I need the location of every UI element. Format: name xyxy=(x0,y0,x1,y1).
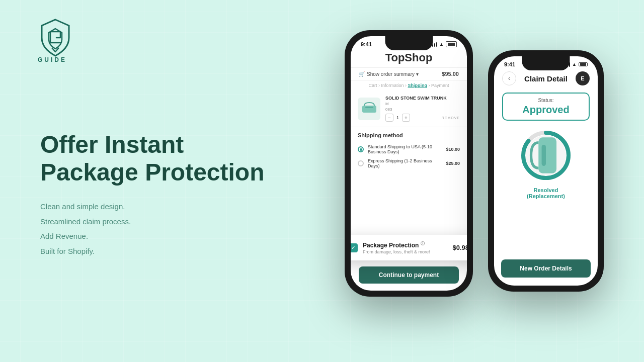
pkg-checkbox[interactable]: ✓ xyxy=(351,243,358,252)
shipping-price-2: $25.00 xyxy=(446,161,460,166)
feature-2: Streamlined claim process. xyxy=(40,215,267,228)
status-card: Status: Approved xyxy=(502,93,590,121)
phone-claim-screen: 9:41 ▲ ‹ Claim Detail xyxy=(494,56,598,286)
pkg-price: $0.98 xyxy=(452,244,467,251)
product-details: SOLID STONE SWIM TRUNK M 083 − 1 + REMOV… xyxy=(385,96,460,122)
radio-express[interactable] xyxy=(358,160,364,166)
continue-btn[interactable]: Continue to payment xyxy=(359,266,459,284)
phone1-notch xyxy=(385,36,433,50)
wifi-icon-2: ▲ xyxy=(572,62,577,67)
order-total: $95.00 xyxy=(442,71,459,77)
claim-title: Claim Detail xyxy=(524,74,568,83)
feature-4: Built for Shopify. xyxy=(40,245,267,258)
shipping-label-2: Express Shipping (1-2 Business Days) xyxy=(368,158,442,168)
qty-controls: − 1 + REMOVE xyxy=(385,114,460,122)
claim-header: ‹ Claim Detail E xyxy=(494,67,598,87)
breadcrumb-payment: Payment xyxy=(431,83,449,88)
headline-area: Offer Instant Package Protection Clean a… xyxy=(40,131,267,257)
wifi-icon: ▲ xyxy=(439,42,444,47)
qty-value: 1 xyxy=(396,115,399,120)
qty-decrease-btn[interactable]: − xyxy=(385,114,393,122)
headline: Offer Instant Package Protection xyxy=(40,131,267,186)
resolution-circle xyxy=(518,128,574,183)
breadcrumb: Cart › Information › Shipping › Payment xyxy=(351,80,467,90)
resolution-circle-container: Resolved (Replacement) xyxy=(494,128,598,199)
logo-label: GUIDE xyxy=(38,56,67,63)
package-protection-card[interactable]: ✓ Package Protection ⓘ From damage, loss… xyxy=(351,235,467,260)
shipping-title: Shipping method xyxy=(358,132,460,138)
features-list: Clean and simple design. Streamlined cla… xyxy=(40,200,267,257)
battery-icon-2 xyxy=(579,62,588,66)
product-sku: 083 xyxy=(385,107,460,112)
pkg-title: Package Protection ⓘ xyxy=(363,241,447,249)
pkg-text: Package Protection ⓘ From damage, loss, … xyxy=(363,241,447,254)
resolved-label: Resolved (Replacement) xyxy=(527,187,565,199)
order-summary-text: Show order summary ▾ xyxy=(367,71,419,77)
svg-rect-5 xyxy=(538,137,556,173)
phone-checkout: 9:41 ▲ TopShop xyxy=(345,30,473,297)
shipping-label-1: Standard Shipping to USA (5-10 Business … xyxy=(368,144,442,154)
phone2-notch xyxy=(522,56,570,70)
breadcrumb-shipping: Shipping xyxy=(408,83,428,88)
feature-1: Clean and simple design. xyxy=(40,200,267,213)
product-icon-in-circle xyxy=(526,135,566,175)
breadcrumb-cart: Cart xyxy=(368,83,377,88)
phone2-time: 9:41 xyxy=(504,61,515,67)
product-thumbnail xyxy=(358,98,380,120)
cart-icon: 🛒 xyxy=(359,71,365,77)
headline-line1: Offer Instant xyxy=(40,131,184,158)
product-name: SOLID STONE SWIM TRUNK xyxy=(385,96,460,101)
back-btn[interactable]: ‹ xyxy=(502,71,516,85)
radio-standard[interactable] xyxy=(358,146,364,152)
store-name: TopShop xyxy=(351,47,467,67)
user-avatar-btn[interactable]: E xyxy=(576,71,590,85)
phones-container: 9:41 ▲ TopShop xyxy=(345,20,604,297)
shipping-price-1: $10.00 xyxy=(446,147,460,152)
breadcrumb-info: Information xyxy=(381,83,404,88)
product-variant: M xyxy=(385,102,460,106)
svg-rect-2 xyxy=(365,107,373,108)
remove-btn[interactable]: REMOVE xyxy=(442,116,460,120)
battery-icon xyxy=(446,41,457,47)
svg-rect-6 xyxy=(542,145,546,166)
qty-increase-btn[interactable]: + xyxy=(402,114,410,122)
feature-3: Add Revenue. xyxy=(40,230,267,243)
product-row: SOLID STONE SWIM TRUNK M 083 − 1 + REMOV… xyxy=(351,90,467,127)
shipping-option-2[interactable]: Express Shipping (1-2 Business Days) $25… xyxy=(358,156,460,170)
phone-claim: 9:41 ▲ ‹ Claim Detail xyxy=(488,50,604,292)
logo-shield xyxy=(38,18,73,53)
new-order-btn[interactable]: New Order Details xyxy=(501,259,591,278)
order-summary-bar[interactable]: 🛒 Show order summary ▾ $95.00 xyxy=(351,67,467,80)
phone1-time: 9:41 xyxy=(361,41,372,47)
status-value: Approved xyxy=(509,104,583,116)
phone1-status-icons: ▲ xyxy=(430,41,457,47)
pkg-subtitle: From damage, loss, theft & more! xyxy=(363,249,447,254)
status-label: Status: xyxy=(509,98,583,103)
headline-line2: Package Protection xyxy=(40,159,265,186)
phone-checkout-screen: 9:41 ▲ TopShop xyxy=(351,36,467,291)
shipping-option-1[interactable]: Standard Shipping to USA (5-10 Business … xyxy=(358,142,460,156)
shipping-section: Shipping method Standard Shipping to USA… xyxy=(351,127,467,175)
